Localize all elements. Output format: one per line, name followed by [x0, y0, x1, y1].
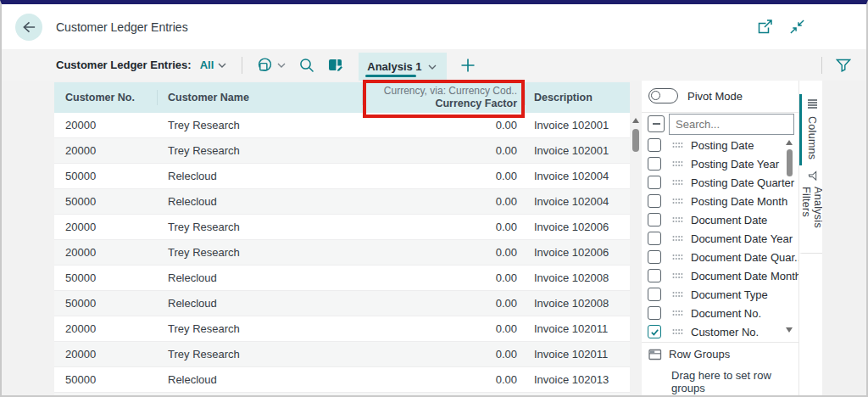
collapse-all-button[interactable]	[648, 115, 665, 132]
add-analysis-tab-button[interactable]	[460, 58, 476, 73]
column-header-description[interactable]: Description	[526, 82, 630, 113]
cell-no: 20000	[54, 144, 158, 157]
views-button[interactable]	[256, 57, 286, 73]
field-label: Document Date Year	[691, 232, 793, 245]
filter-button[interactable]	[836, 59, 851, 72]
back-button[interactable]	[15, 14, 42, 41]
table-row[interactable]: 20000Trey Research0.00Invoice 102011	[54, 316, 630, 342]
list-caption: Customer Ledger Entries:	[56, 59, 192, 71]
field-item[interactable]: Posting Date Month	[642, 192, 786, 210]
column-header-customer-name[interactable]: Customer Name	[158, 82, 363, 113]
field-item[interactable]: Document Type	[642, 285, 786, 304]
drag-handle-icon[interactable]	[672, 272, 683, 279]
checkbox[interactable]	[648, 232, 661, 245]
tab-columns[interactable]: Columns	[799, 94, 822, 165]
checkbox[interactable]	[648, 250, 661, 264]
tab-analysis-1[interactable]: Analysis 1	[359, 53, 446, 81]
chevron-down-icon	[277, 63, 286, 68]
open-in-new-window-button[interactable]	[757, 20, 774, 35]
drag-handle-icon[interactable]	[672, 179, 683, 186]
drag-dots	[672, 328, 683, 335]
search-button[interactable]	[299, 58, 314, 73]
checkbox[interactable]	[648, 176, 661, 189]
cell-desc: Invoice 102013	[526, 373, 630, 386]
open-in-new-window-icon	[757, 20, 774, 35]
field-item[interactable]: Document Date	[642, 210, 786, 229]
table-row[interactable]: 50000Relecloud0.00Invoice 102008	[54, 291, 630, 316]
cell-factor: 0.00	[363, 322, 526, 335]
field-item[interactable]: Posting Date	[642, 136, 786, 154]
field-label: Document Type	[691, 288, 768, 301]
toolbar: Customer Ledger Entries: All	[2, 49, 866, 81]
pivot-mode-row: Pivot Mode	[648, 88, 743, 103]
list-scroll-up-arrow[interactable]	[786, 140, 793, 145]
tab-analysis-filters[interactable]: Analysis Filters	[799, 167, 822, 254]
list-scroll-down-arrow[interactable]	[786, 327, 793, 333]
table-row[interactable]: 20000Trey Research0.00Invoice 102006	[54, 240, 630, 266]
field-item[interactable]: Document No.	[642, 304, 786, 322]
column-header-customer-no[interactable]: Customer No.	[54, 82, 158, 113]
field-item[interactable]: Document Date Quar...	[642, 248, 786, 266]
drag-handle-icon[interactable]	[672, 142, 683, 148]
table-row[interactable]: 50000Relecloud0.00Invoice 102004	[54, 164, 630, 189]
panel-divider	[642, 112, 798, 113]
checkbox[interactable]	[648, 306, 661, 320]
field-search-input[interactable]	[669, 114, 794, 135]
drag-handle-icon[interactable]	[672, 235, 683, 242]
field-label: Posting Date Quarter	[691, 176, 794, 189]
drag-handle-icon[interactable]	[672, 160, 683, 167]
checkbox[interactable]	[648, 157, 661, 171]
checkbox[interactable]	[648, 138, 661, 152]
view-filter-button[interactable]: All	[200, 59, 227, 71]
drag-dots	[672, 198, 683, 204]
plus-icon	[460, 58, 476, 73]
table-scrollbar[interactable]	[632, 113, 640, 395]
checkbox[interactable]	[648, 269, 661, 282]
cell-factor: 0.00	[363, 348, 526, 361]
field-item[interactable]: Document Date Month	[642, 266, 786, 285]
field-item[interactable]: Posting Date Quarter	[642, 173, 786, 192]
column-header-currency-factor[interactable]: Currency, via: Currency Cod.. Currency F…	[363, 82, 526, 113]
field-label: Document No.	[691, 307, 761, 320]
drag-dots	[672, 142, 683, 148]
row-groups-title: Row Groups	[669, 348, 730, 361]
drag-handle-icon[interactable]	[672, 328, 683, 335]
drag-handle-icon[interactable]	[672, 198, 683, 204]
cell-desc: Invoice 102006	[526, 246, 630, 259]
checkbox[interactable]	[648, 288, 661, 301]
drag-handle-icon[interactable]	[672, 216, 683, 223]
table-scrollbar-thumb[interactable]	[632, 129, 639, 152]
table-row-partial	[54, 393, 630, 397]
cell-name: Trey Research	[158, 348, 363, 361]
table-row[interactable]: 50000Relecloud0.00Invoice 102008	[54, 266, 630, 291]
table-row[interactable]: 20000Trey Research0.00Invoice 102001	[54, 113, 630, 138]
table-row[interactable]: 50000Relecloud0.00Invoice 102004	[54, 189, 630, 215]
table-row[interactable]: 50000Relecloud0.00Invoice 102013	[54, 367, 630, 393]
pivot-mode-toggle[interactable]	[648, 88, 678, 103]
field-item[interactable]: Document Date Year	[642, 229, 786, 248]
collapse-window-button[interactable]	[789, 19, 805, 35]
row-groups-dropzone[interactable]: Drag here to set row groups	[671, 369, 798, 394]
cell-desc: Invoice 102008	[526, 297, 630, 310]
table-row[interactable]: 20000Trey Research0.00Invoice 102001	[54, 138, 630, 164]
table-row[interactable]: 20000Trey Research0.00Invoice 102011	[54, 342, 630, 367]
checkbox[interactable]	[648, 325, 661, 338]
field-item[interactable]: Customer No.	[642, 322, 786, 341]
data-table: Customer No. Customer Name Currency, via…	[54, 82, 630, 395]
cell-factor: 0.00	[363, 221, 526, 233]
drag-handle-icon[interactable]	[672, 310, 683, 316]
drag-handle-icon[interactable]	[672, 291, 683, 298]
edit-list-button[interactable]	[328, 58, 343, 73]
drag-handle-icon[interactable]	[672, 254, 683, 260]
scroll-up-arrow[interactable]	[632, 118, 639, 123]
field-list-scrollbar[interactable]	[785, 138, 793, 342]
cell-name: Relecloud	[158, 271, 363, 284]
table-row[interactable]: 20000Trey Research0.00Invoice 102006	[54, 215, 630, 240]
minus-icon	[653, 123, 660, 125]
drag-dots	[672, 291, 683, 298]
list-scrollbar-thumb[interactable]	[787, 149, 793, 176]
field-item[interactable]: Posting Date Year	[642, 154, 786, 173]
checkbox[interactable]	[648, 213, 661, 226]
field-label: Customer No.	[691, 326, 759, 338]
checkbox[interactable]	[648, 194, 661, 208]
